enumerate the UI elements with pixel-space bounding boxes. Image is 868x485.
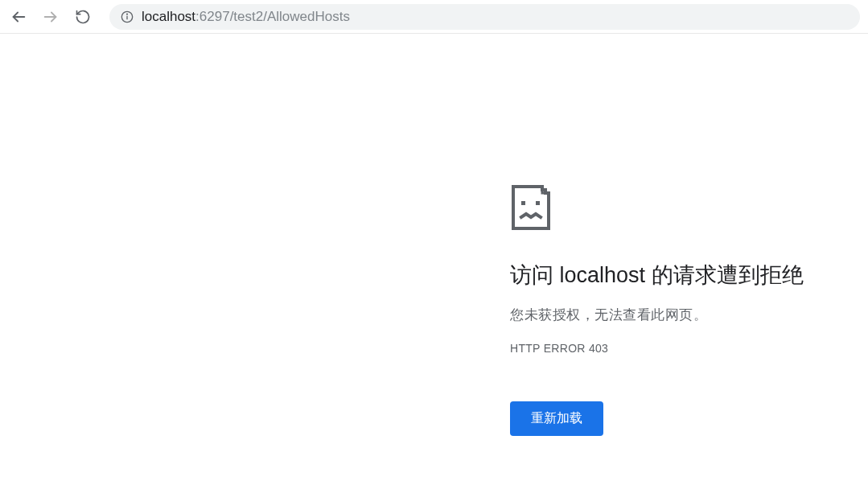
- browser-toolbar: localhost:6297/test2/AllowedHosts: [0, 0, 868, 34]
- address-bar[interactable]: localhost:6297/test2/AllowedHosts: [109, 4, 860, 30]
- arrow-right-icon: [42, 8, 60, 26]
- error-container: 访问 localhost 的请求遭到拒绝 您未获授权，无法查看此网页。 HTTP…: [510, 183, 848, 436]
- svg-rect-5: [521, 201, 525, 205]
- forward-button[interactable]: [40, 6, 61, 27]
- url-text: localhost:6297/test2/AllowedHosts: [142, 9, 350, 25]
- url-path: :6297/test2/AllowedHosts: [195, 9, 350, 24]
- back-button[interactable]: [8, 6, 29, 27]
- error-title-host: localhost: [560, 263, 646, 287]
- error-subtitle: 您未获授权，无法查看此网页。: [510, 306, 848, 324]
- reload-button[interactable]: 重新加载: [510, 401, 603, 436]
- page-content: 访问 localhost 的请求遭到拒绝 您未获授权，无法查看此网页。 HTTP…: [0, 34, 868, 485]
- reload-icon: [75, 9, 91, 25]
- sad-page-icon: [510, 183, 848, 235]
- error-title-suffix: 的请求遭到拒绝: [645, 263, 804, 287]
- svg-point-4: [127, 14, 128, 14]
- reload-nav-button[interactable]: [72, 6, 93, 27]
- site-info-icon[interactable]: [121, 10, 134, 23]
- error-title: 访问 localhost 的请求遭到拒绝: [510, 261, 848, 290]
- svg-rect-6: [536, 201, 540, 205]
- arrow-left-icon: [10, 8, 27, 26]
- url-host: localhost: [142, 9, 195, 24]
- error-title-prefix: 访问: [510, 263, 560, 287]
- error-code: HTTP ERROR 403: [510, 342, 848, 355]
